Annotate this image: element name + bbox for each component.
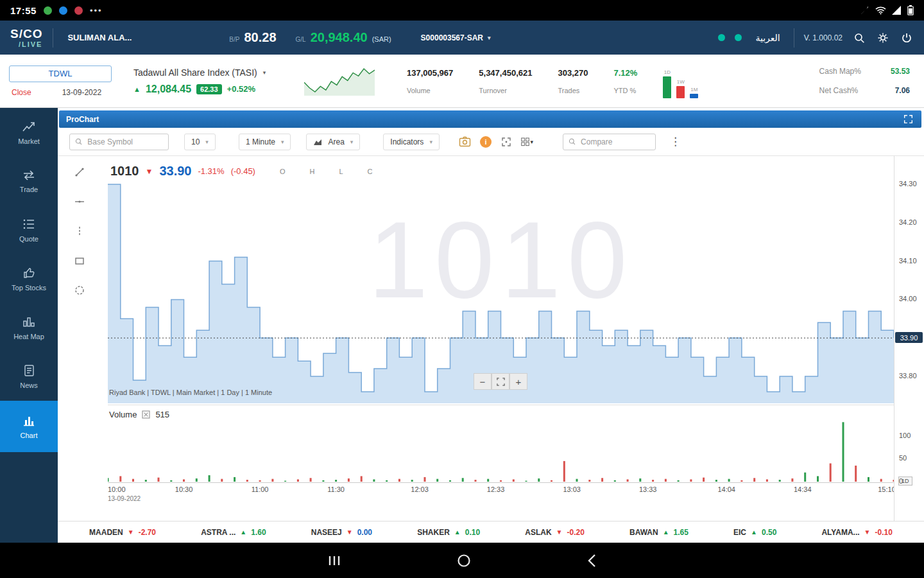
ticker-item[interactable]: ASTRA ... ▲ 1.60 [201,528,266,537]
volume-bar [361,476,363,482]
volume-bar [538,478,540,482]
price-area-chart [108,161,894,403]
account-selector[interactable]: S000003567-SAR ▾ [417,33,495,43]
more-options-button[interactable]: ⋮ [666,134,685,149]
stat-volume: 137,005,967 Volume [407,68,453,94]
app-header: S/CO /LIVE SULIMAN ALA... B/P 80.28 G/L … [0,21,924,55]
sidebar-item-news[interactable]: News [0,352,58,401]
ellipse-tool[interactable] [73,283,87,297]
ticker-item[interactable]: ASLAK ▼ -0.20 [525,528,585,537]
x-axis-label: 13:03 [563,486,581,493]
sidebar-item-heat-map[interactable]: Heat Map [0,303,58,352]
gain-loss-value: 20,948.40 [311,30,368,45]
clock: 17:55 [10,5,37,16]
compare-input[interactable] [579,137,650,147]
expand-chart-button[interactable] [902,113,914,125]
period-dropdown[interactable]: 10 ▾ [184,134,216,150]
sidebar-item-quote[interactable]: Quote [0,206,58,254]
alerts-button[interactable]: i [475,134,496,150]
ticker-item[interactable]: SHAKER ▲ 0.10 [417,528,480,537]
volume-bar [132,479,134,482]
base-symbol-input[interactable] [86,137,163,147]
search-button[interactable] [852,31,866,45]
recent-apps-button[interactable] [325,552,344,569]
language-toggle-button[interactable]: العربية [751,32,783,44]
back-button[interactable] [584,551,599,570]
sidebar-item-chart[interactable]: Chart [0,401,58,452]
volume-bar [221,479,223,482]
base-symbol-search[interactable] [69,134,169,150]
volume-bar [348,478,350,482]
info-icon: i [480,136,492,148]
divider [53,28,53,48]
market-status: Close [12,88,31,97]
indicators-dropdown[interactable]: Indicators ▾ [383,134,440,150]
power-icon [901,32,912,44]
zoom-reset-button[interactable] [492,373,509,390]
plot-area[interactable]: 1010 ▼ 33.90 -1.31% (-0.45) O H L C 1010… [108,156,894,521]
market-date: 13-09-2022 [62,88,101,97]
mini-bar [663,76,671,98]
stat-trades: 303,270 Trades [558,68,588,94]
ticker-item[interactable]: EIC ▲ 0.50 [733,528,776,537]
trendline-tool[interactable] [73,165,87,179]
cash-stats: Cash Map% 53.53 Net Cash% 7.06 [819,67,915,95]
volume-axis-label: 50 [899,454,907,462]
price-axis[interactable]: 33.90 1D 34.3034.2034.1034.0033.9033.801… [894,156,924,521]
rectangle-tool[interactable] [73,254,87,268]
app-version: V. 1.000.02 [804,33,843,42]
volume-bar [158,478,160,482]
logo-line-2: /LIVE [10,41,42,48]
snapshot-button[interactable] [455,134,475,150]
home-button[interactable] [454,551,474,570]
sidebar-item-market[interactable]: Market [0,108,58,157]
ticker-symbol: SHAKER [417,528,450,537]
user-account-button[interactable]: SULIMAN ALA... [64,32,135,43]
net-cash-value: 7.06 [895,86,910,95]
area-chart-icon [313,138,322,146]
index-change-percent: +0.52% [227,84,255,94]
horizontal-line-tool[interactable] [73,195,87,209]
ticker-item[interactable]: ALYAMA... ▼ -0.10 [821,528,892,537]
notification-app-icon [74,6,83,15]
search-icon [75,137,82,146]
compare-search[interactable] [563,134,656,150]
market-selector-button[interactable]: TDWL [9,66,112,82]
chart-type-dropdown[interactable]: Area ▾ [306,134,360,150]
volume-bar [588,480,590,482]
ticker-item[interactable]: MAADEN ▼ -2.70 [89,528,156,537]
index-change-badge: 62.33 [196,84,222,94]
prochart-title: ProChart [66,115,99,124]
sidebar-item-trade[interactable]: Trade [0,157,58,206]
settings-button[interactable] [876,31,890,45]
ellipse-icon [74,285,85,296]
volume-bar [500,480,502,482]
zoom-out-button[interactable]: − [474,373,492,390]
volume-bar [880,479,882,482]
y-axis-label: 33.80 [899,372,917,380]
index-selector[interactable]: Tadawul All Share Index (TASI) ▾ [133,67,266,78]
camera-icon [459,136,471,147]
zoom-in-button[interactable]: + [509,373,527,390]
volume-value: 515 [155,410,169,419]
interval-value: 1 Minute [246,137,275,146]
ticker-item[interactable]: BAWAN ▲ 1.65 [629,528,689,537]
layout-grid-dropdown[interactable]: ▾ [517,134,537,150]
drawing-tools-strip [58,165,101,297]
ticker-symbol: MAADEN [89,528,123,537]
close-box-icon[interactable] [142,410,150,419]
vertical-line-tool[interactable] [73,224,87,238]
fullscreen-button[interactable] [496,134,517,150]
volume-bar [817,476,819,482]
ohlc-high-label: H [310,168,315,175]
chevron-down-icon: ▾ [488,35,491,41]
volume-bar [779,480,781,482]
interval-dropdown[interactable]: 1 Minute ▾ [239,134,291,150]
volume-bar [398,479,400,482]
logout-button[interactable] [900,31,914,45]
market-stats: 137,005,967 Volume 5,347,450,621 Turnove… [407,68,637,94]
ticker-item[interactable]: NASEEJ ▼ 0.00 [311,528,372,537]
thumbs-up-icon [22,267,36,279]
sidebar-item-top-stocks[interactable]: Top Stocks [0,254,58,303]
volume-bar [893,480,894,482]
